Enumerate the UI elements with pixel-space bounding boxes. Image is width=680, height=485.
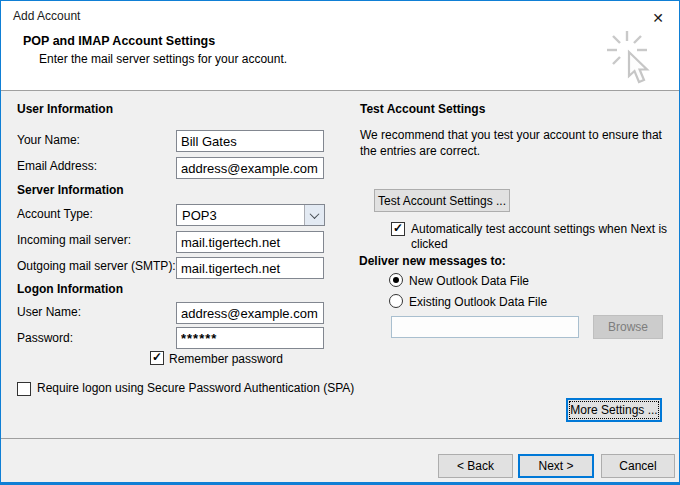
chevron-down-icon: [310, 209, 320, 219]
more-settings-button[interactable]: More Settings ...: [566, 398, 662, 422]
page-title: POP and IMAP Account Settings: [23, 34, 215, 48]
section-server-information: Server Information: [17, 183, 124, 197]
account-type-label: Account Type:: [17, 207, 93, 221]
section-user-information: User Information: [17, 102, 113, 116]
existing-data-file-label: Existing Outlook Data File: [409, 295, 547, 309]
page-subtitle: Enter the mail server settings for your …: [39, 52, 287, 66]
new-data-file-radio[interactable]: [389, 273, 403, 287]
cancel-button[interactable]: Cancel: [601, 454, 675, 478]
outgoing-server-label: Outgoing mail server (SMTP):: [17, 259, 176, 273]
existing-data-file-radio[interactable]: [389, 294, 403, 308]
user-name-label: User Name:: [17, 305, 81, 319]
spa-label: Require logon using Secure Password Auth…: [37, 381, 367, 396]
outgoing-server-input[interactable]: [176, 257, 324, 279]
back-button[interactable]: < Back: [438, 454, 513, 478]
check-icon: ✓: [393, 221, 403, 235]
deliver-heading: Deliver new messages to:: [359, 254, 506, 268]
close-icon[interactable]: ✕: [647, 8, 669, 28]
email-address-label: Email Address:: [17, 159, 97, 173]
auto-test-label: Automatically test account settings when…: [411, 222, 673, 252]
incoming-server-label: Incoming mail server:: [17, 233, 131, 247]
new-data-file-label: New Outlook Data File: [409, 274, 529, 288]
window-title: Add Account: [13, 9, 80, 23]
data-file-path-input: [391, 316, 579, 338]
section-logon-information: Logon Information: [17, 282, 123, 296]
cursor-sparkle-icon: [603, 29, 661, 89]
combo-dropdown-button[interactable]: [304, 205, 324, 225]
incoming-server-input[interactable]: [176, 231, 324, 253]
account-type-select[interactable]: POP3: [176, 204, 325, 226]
user-name-input[interactable]: [176, 302, 324, 324]
footer-separator: [1, 438, 679, 439]
add-account-dialog: Add Account ✕ POP and IMAP Account Setti…: [0, 0, 680, 485]
check-icon: ✓: [152, 350, 162, 364]
spa-checkbox[interactable]: [17, 382, 31, 396]
your-name-input[interactable]: [176, 130, 324, 152]
browse-button: Browse: [593, 315, 663, 339]
section-test-account: Test Account Settings: [360, 102, 485, 116]
remember-password-label: Remember password: [169, 352, 283, 366]
your-name-label: Your Name:: [17, 133, 80, 147]
test-account-settings-button[interactable]: Test Account Settings ...: [374, 189, 510, 212]
next-button[interactable]: Next >: [518, 454, 594, 478]
password-label: Password:: [17, 331, 73, 345]
auto-test-checkbox[interactable]: ✓: [391, 222, 405, 236]
password-input[interactable]: [176, 327, 324, 349]
test-description: We recommend that you test your account …: [360, 127, 672, 159]
email-address-input[interactable]: [176, 157, 324, 179]
remember-password-checkbox[interactable]: ✓: [150, 351, 164, 365]
dialog-header: Add Account ✕ POP and IMAP Account Setti…: [1, 1, 679, 91]
account-type-value: POP3: [177, 208, 304, 223]
